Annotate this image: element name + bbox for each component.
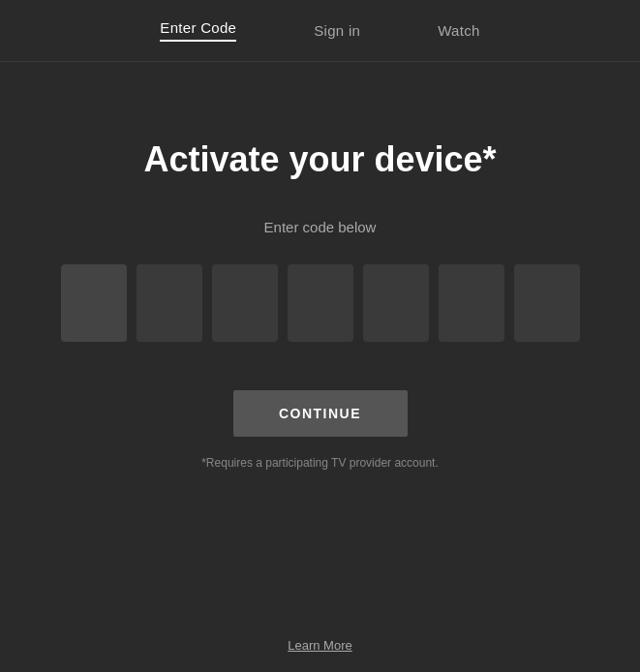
nav-enter-code[interactable]: Enter Code [160, 19, 236, 42]
nav-sign-in[interactable]: Sign in [314, 22, 360, 39]
learn-more-link[interactable]: Learn More [288, 638, 351, 653]
code-input-1[interactable] [61, 264, 127, 342]
navigation: Enter Code Sign in Watch [0, 0, 640, 62]
disclaimer-text: *Requires a participating TV provider ac… [201, 456, 439, 470]
code-input-4[interactable] [288, 264, 353, 342]
enter-code-subtitle: Enter code below [264, 219, 377, 235]
code-input-3[interactable] [212, 264, 278, 342]
code-input-7[interactable] [514, 264, 580, 342]
main-content: Activate your device* Enter code below C… [0, 62, 640, 547]
code-input-6[interactable] [439, 264, 504, 342]
code-input-2[interactable] [137, 264, 202, 342]
code-input-group [61, 264, 580, 342]
nav-watch[interactable]: Watch [438, 22, 479, 39]
code-input-5[interactable] [363, 264, 429, 342]
continue-button[interactable]: CONTINUE [233, 390, 408, 437]
page-title: Activate your device* [143, 139, 496, 180]
